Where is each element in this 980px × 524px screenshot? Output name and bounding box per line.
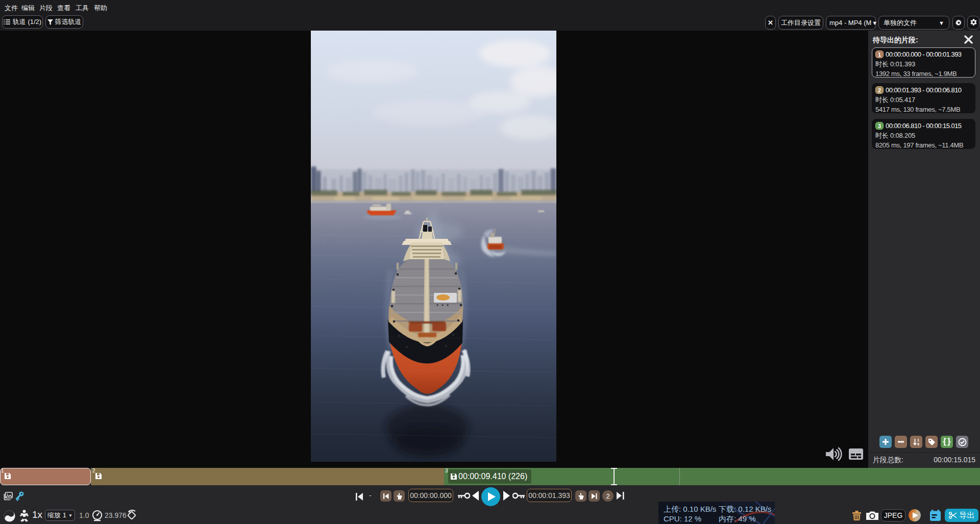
svg-text:1: 1 xyxy=(917,438,919,442)
svg-text:9: 9 xyxy=(917,442,919,446)
